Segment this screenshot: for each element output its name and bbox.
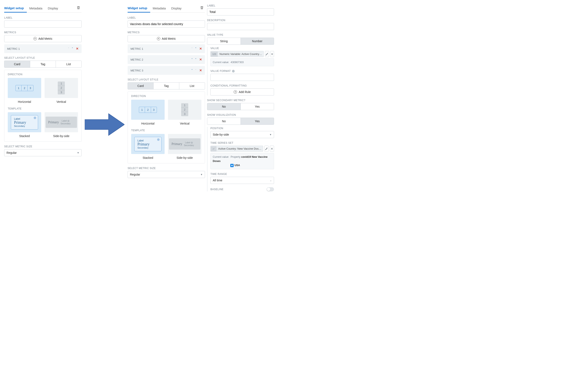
- direction-vertical-label: Vertical: [168, 122, 201, 125]
- direction-horizontal-card[interactable]: 123: [131, 100, 165, 120]
- numeric-badge-icon: 123: [211, 52, 218, 57]
- metric-size-heading: SELECT METRIC SIZE: [128, 167, 205, 170]
- close-icon[interactable]: ✕: [270, 51, 274, 57]
- layout-list[interactable]: List: [179, 83, 205, 89]
- chevron-up-icon[interactable]: ˄: [190, 47, 194, 50]
- description-input[interactable]: [207, 23, 274, 30]
- template-stacked-card[interactable]: Label Primary Secondary: [131, 134, 165, 154]
- value-chip[interactable]: 123 Numeric Variable: Active Country…: [210, 51, 264, 57]
- template-side-card[interactable]: Primary Label Secondary: [168, 134, 201, 154]
- value-format-input[interactable]: [210, 74, 274, 81]
- metric-row[interactable]: METRIC 2 ˄ ˅ ✕: [128, 55, 205, 64]
- add-rule-button[interactable]: + Add Rule: [210, 88, 274, 95]
- plus-circle-icon: +: [157, 37, 160, 40]
- position-select[interactable]: Side-by-side ▼: [210, 131, 274, 138]
- chevron-down-icon[interactable]: ˅: [194, 47, 198, 50]
- help-icon[interactable]: [232, 70, 235, 72]
- tab-display[interactable]: Display: [171, 4, 184, 12]
- tab-widget-setup[interactable]: Widget setup: [4, 4, 27, 12]
- add-metric-button[interactable]: + Add Metric: [4, 35, 82, 42]
- stacked-preview-icon: Label Primary Secondary: [134, 137, 162, 151]
- direction-horizontal-card[interactable]: 123: [8, 78, 41, 98]
- remove-metric-icon[interactable]: ✕: [199, 58, 202, 62]
- viz-yes[interactable]: Yes: [241, 118, 274, 124]
- arrow-right-icon: [85, 111, 124, 138]
- remove-metric-icon[interactable]: ✕: [76, 47, 79, 51]
- label-input[interactable]: [4, 21, 82, 28]
- remove-metric-icon[interactable]: ✕: [199, 47, 202, 51]
- chevron-down-icon[interactable]: ˅: [194, 69, 198, 72]
- cond-fmt-heading: CONDITIONAL FORMATTING: [210, 84, 274, 87]
- direction-vertical-card[interactable]: 123: [168, 100, 201, 120]
- layout-list[interactable]: List: [56, 61, 81, 68]
- metric-row[interactable]: METRIC 1 ˄ ˅ ✕: [4, 44, 82, 53]
- show-secondary-group: No Yes: [207, 103, 274, 110]
- tab-display[interactable]: Display: [48, 4, 61, 12]
- edit-icon[interactable]: [264, 146, 269, 152]
- chevron-up-icon[interactable]: ˄: [190, 69, 194, 72]
- template-stacked-card[interactable]: Label Primary Secondary: [8, 112, 41, 132]
- metric-row[interactable]: METRIC 1 ˄ ˅ ✕: [128, 44, 205, 53]
- left-panel: Widget setup Metadata Display LABEL METR…: [4, 4, 82, 193]
- label-input[interactable]: [128, 21, 205, 28]
- tab-metadata[interactable]: Metadata: [29, 4, 45, 12]
- chevron-down-icon[interactable]: ˅: [194, 58, 198, 61]
- arrow-column: [84, 4, 126, 193]
- metrics-heading: METRICS: [4, 31, 82, 34]
- metrics-heading: METRICS: [128, 31, 205, 34]
- layout-tag[interactable]: Tag: [153, 83, 179, 89]
- value-type-number[interactable]: Number: [241, 38, 274, 44]
- metric-row-label: METRIC 1: [130, 47, 190, 50]
- baseline-toggle[interactable]: [267, 187, 274, 191]
- metric-row[interactable]: METRIC 3 ˄ ˅ ✕: [128, 66, 205, 75]
- plus-circle-icon: +: [234, 90, 237, 94]
- metric-row-label: METRIC 2: [130, 58, 190, 61]
- vertical-preview-icon: 123: [181, 103, 188, 116]
- trash-icon[interactable]: [75, 5, 82, 12]
- vertical-preview-icon: 123: [58, 82, 65, 94]
- label-input[interactable]: [207, 8, 274, 15]
- direction-horizontal-label: Horizontal: [131, 122, 165, 125]
- chevron-up-icon[interactable]: ˄: [67, 47, 70, 50]
- position-value: Side-by-side: [213, 133, 229, 136]
- direction-vertical-card[interactable]: 123: [44, 78, 78, 98]
- trash-icon[interactable]: [199, 5, 205, 12]
- chevron-down-icon: ⌄: [270, 179, 272, 182]
- metric-size-value: Regular: [130, 173, 140, 176]
- plus-circle-icon: +: [33, 37, 37, 40]
- metric-size-select[interactable]: Regular ▼: [4, 149, 82, 156]
- layout-card[interactable]: Card: [128, 83, 153, 89]
- horizontal-preview-icon: 123: [15, 85, 33, 91]
- tabs-left: Widget setup Metadata Display: [4, 4, 82, 12]
- metric-size-select[interactable]: Regular ▼: [128, 171, 205, 178]
- layout-card[interactable]: Card: [4, 61, 30, 68]
- chevron-up-icon[interactable]: ˄: [190, 58, 194, 61]
- time-range-select[interactable]: All time ⌄: [210, 177, 274, 184]
- close-icon[interactable]: ✕: [270, 146, 274, 152]
- direction-box: DIRECTION 123 Horizontal 123 Vertical TE…: [128, 92, 205, 163]
- secondary-no[interactable]: No: [207, 103, 241, 110]
- chevron-down-icon[interactable]: ˅: [70, 47, 74, 50]
- add-metric-button[interactable]: + Add Metric: [128, 35, 205, 42]
- value-type-string[interactable]: String: [207, 38, 241, 44]
- show-viz-heading: SHOW VISUALIZATION: [207, 113, 274, 116]
- remove-metric-icon[interactable]: ✕: [199, 69, 202, 72]
- edit-icon[interactable]: [265, 51, 269, 57]
- chevron-down-icon: ▼: [77, 152, 79, 154]
- side-preview-icon: Primary Label Secondary: [169, 138, 200, 150]
- secondary-yes[interactable]: Yes: [241, 103, 274, 110]
- direction-heading: DIRECTION: [131, 95, 201, 98]
- template-side-card[interactable]: Primary Label Secondary: [44, 112, 78, 132]
- label-heading: LABEL: [4, 16, 82, 19]
- tab-widget-setup[interactable]: Widget setup: [128, 4, 150, 12]
- tab-metadata[interactable]: Metadata: [153, 4, 169, 12]
- location-pin-icon: [230, 164, 234, 167]
- value-type-group: String Number: [207, 38, 274, 45]
- metric-size-heading: SELECT METRIC SIZE: [4, 145, 82, 148]
- layout-style-group: Card Tag List: [4, 61, 82, 68]
- tss-chip[interactable]: Active Country: New Vaccine Dos…: [210, 146, 263, 152]
- viz-no[interactable]: No: [207, 118, 241, 124]
- direction-horizontal-label: Horizontal: [8, 100, 41, 103]
- layout-tag[interactable]: Tag: [30, 61, 56, 68]
- time-range-value: All time: [213, 179, 222, 182]
